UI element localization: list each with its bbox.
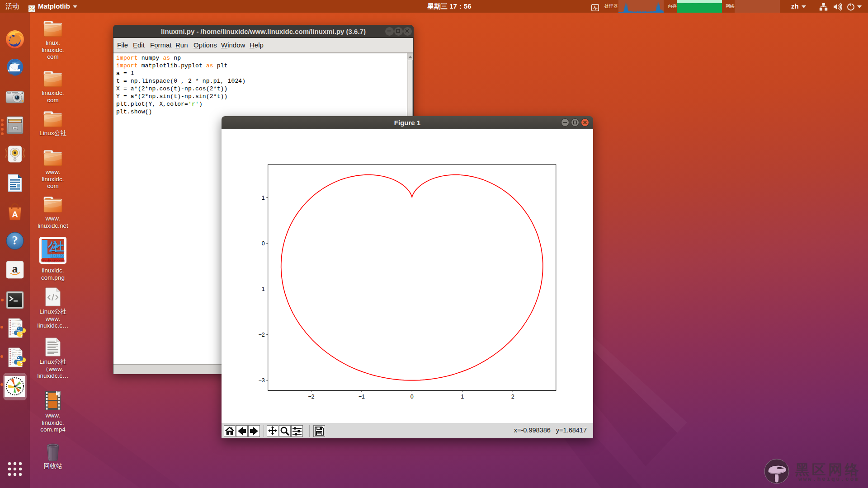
svg-text::"""SOMEON: :"""SOMEON: [12, 320, 21, 322]
svg-text:?: ?: [12, 234, 18, 247]
svg-text:www.heiqu.com: www.heiqu.com: [798, 476, 859, 483]
svg-text:1: 1: [461, 394, 464, 400]
svg-text:公社: 公社: [47, 240, 64, 253]
svg-text:−2: −2: [258, 332, 264, 338]
svg-text:0: 0: [410, 394, 414, 400]
svg-text:−3: −3: [258, 377, 264, 384]
svg-text:−1: −1: [258, 286, 264, 292]
svg-text:0: 0: [262, 240, 265, 247]
svg-text:www.linuxidc.com: www.linuxidc.com: [41, 258, 65, 263]
svg-text:a: a: [12, 262, 18, 275]
svg-text:−2: −2: [308, 394, 314, 400]
svg-text:2: 2: [511, 394, 514, 400]
svg-text:黑区网络: 黑区网络: [795, 462, 861, 478]
svg-text:−1: −1: [359, 394, 365, 400]
svg-text::"""SOMEON: :"""SOMEON: [12, 349, 21, 351]
svg-text:1: 1: [262, 195, 265, 201]
svg-text:A: A: [12, 210, 18, 219]
